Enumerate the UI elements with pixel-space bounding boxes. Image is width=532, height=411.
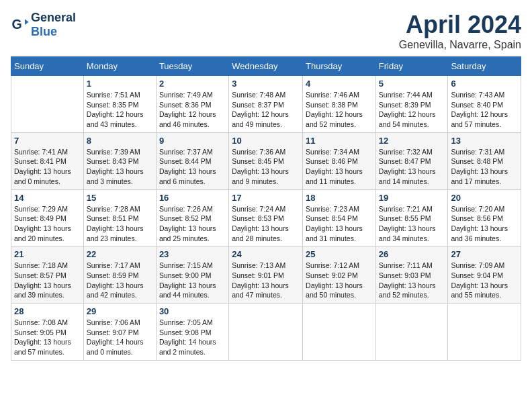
day-info: Sunrise: 7:05 AM Sunset: 9:08 PM Dayligh…	[159, 318, 226, 357]
calendar-cell	[11, 76, 84, 133]
day-info: Sunrise: 7:44 AM Sunset: 8:39 PM Dayligh…	[379, 90, 445, 130]
day-number: 25	[306, 249, 373, 259]
title-area: April 2024 Genevilla, Navarre, Spain	[399, 11, 521, 51]
day-number: 12	[379, 136, 445, 146]
svg-text:G: G	[11, 17, 21, 32]
calendar-cell	[229, 304, 303, 361]
day-info: Sunrise: 7:20 AM Sunset: 8:56 PM Dayligh…	[451, 204, 518, 244]
calendar-cell: 24Sunrise: 7:13 AM Sunset: 9:01 PM Dayli…	[229, 246, 303, 304]
day-info: Sunrise: 7:28 AM Sunset: 8:51 PM Dayligh…	[87, 204, 153, 244]
calendar-cell: 4Sunrise: 7:46 AM Sunset: 8:38 PM Daylig…	[303, 76, 376, 133]
calendar-cell: 13Sunrise: 7:31 AM Sunset: 8:48 PM Dayli…	[448, 132, 521, 189]
day-number: 17	[232, 193, 300, 203]
day-info: Sunrise: 7:09 AM Sunset: 9:04 PM Dayligh…	[451, 261, 518, 300]
day-info: Sunrise: 7:08 AM Sunset: 9:05 PM Dayligh…	[14, 318, 81, 357]
day-info: Sunrise: 7:39 AM Sunset: 8:43 PM Dayligh…	[87, 147, 153, 187]
calendar-cell: 23Sunrise: 7:15 AM Sunset: 9:00 PM Dayli…	[156, 246, 228, 304]
calendar-cell	[448, 304, 521, 361]
day-info: Sunrise: 7:17 AM Sunset: 8:59 PM Dayligh…	[87, 261, 153, 300]
day-info: Sunrise: 7:46 AM Sunset: 8:38 PM Dayligh…	[306, 90, 373, 130]
calendar-cell: 26Sunrise: 7:11 AM Sunset: 9:03 PM Dayli…	[375, 246, 448, 304]
day-number: 14	[14, 193, 81, 203]
day-info: Sunrise: 7:36 AM Sunset: 8:45 PM Dayligh…	[232, 147, 300, 187]
calendar-cell: 5Sunrise: 7:44 AM Sunset: 8:39 PM Daylig…	[375, 76, 448, 133]
weekday-header-saturday: Saturday	[448, 57, 521, 76]
day-number: 6	[451, 79, 518, 89]
weekday-header-thursday: Thursday	[303, 57, 376, 76]
week-row-4: 21Sunrise: 7:18 AM Sunset: 8:57 PM Dayli…	[11, 246, 521, 304]
calendar-table: SundayMondayTuesdayWednesdayThursdayFrid…	[11, 56, 521, 361]
logo-icon: G	[11, 15, 30, 34]
weekday-header-tuesday: Tuesday	[156, 57, 228, 76]
day-info: Sunrise: 7:31 AM Sunset: 8:48 PM Dayligh…	[451, 147, 518, 187]
logo-blue-text: Blue	[31, 25, 57, 38]
day-number: 11	[306, 136, 373, 146]
day-info: Sunrise: 7:24 AM Sunset: 8:53 PM Dayligh…	[232, 204, 300, 244]
week-row-1: 1Sunrise: 7:51 AM Sunset: 8:35 PM Daylig…	[11, 76, 521, 133]
day-number: 15	[87, 193, 153, 203]
day-number: 16	[159, 193, 226, 203]
day-number: 24	[232, 249, 300, 259]
day-number: 26	[379, 249, 445, 259]
calendar-cell	[303, 304, 376, 361]
day-number: 7	[14, 136, 81, 146]
day-number: 8	[87, 136, 153, 146]
calendar-cell: 2Sunrise: 7:49 AM Sunset: 8:36 PM Daylig…	[156, 76, 228, 133]
day-info: Sunrise: 7:06 AM Sunset: 9:07 PM Dayligh…	[87, 318, 153, 357]
calendar-cell: 21Sunrise: 7:18 AM Sunset: 8:57 PM Dayli…	[11, 246, 84, 304]
calendar-cell: 28Sunrise: 7:08 AM Sunset: 9:05 PM Dayli…	[11, 304, 84, 361]
calendar-cell: 3Sunrise: 7:48 AM Sunset: 8:37 PM Daylig…	[229, 76, 303, 133]
day-number: 30	[159, 306, 226, 316]
calendar-cell: 15Sunrise: 7:28 AM Sunset: 8:51 PM Dayli…	[83, 189, 156, 246]
calendar-cell: 1Sunrise: 7:51 AM Sunset: 8:35 PM Daylig…	[83, 76, 156, 133]
day-number: 10	[232, 136, 300, 146]
calendar-cell: 6Sunrise: 7:43 AM Sunset: 8:40 PM Daylig…	[448, 76, 521, 133]
day-info: Sunrise: 7:37 AM Sunset: 8:44 PM Dayligh…	[159, 147, 226, 187]
day-info: Sunrise: 7:11 AM Sunset: 9:03 PM Dayligh…	[379, 261, 445, 300]
month-title: April 2024	[399, 11, 521, 39]
day-number: 19	[379, 193, 445, 203]
day-info: Sunrise: 7:29 AM Sunset: 8:49 PM Dayligh…	[14, 204, 81, 244]
calendar-cell: 9Sunrise: 7:37 AM Sunset: 8:44 PM Daylig…	[156, 132, 228, 189]
calendar-cell: 20Sunrise: 7:20 AM Sunset: 8:56 PM Dayli…	[448, 189, 521, 246]
day-number: 5	[379, 79, 445, 89]
day-number: 2	[159, 79, 226, 89]
day-number: 27	[451, 249, 518, 259]
calendar-cell: 10Sunrise: 7:36 AM Sunset: 8:45 PM Dayli…	[229, 132, 303, 189]
day-info: Sunrise: 7:13 AM Sunset: 9:01 PM Dayligh…	[232, 261, 300, 300]
weekday-header-wednesday: Wednesday	[229, 57, 303, 76]
weekday-header-row: SundayMondayTuesdayWednesdayThursdayFrid…	[11, 57, 521, 76]
calendar-cell: 17Sunrise: 7:24 AM Sunset: 8:53 PM Dayli…	[229, 189, 303, 246]
day-info: Sunrise: 7:21 AM Sunset: 8:55 PM Dayligh…	[379, 204, 445, 244]
calendar-cell: 19Sunrise: 7:21 AM Sunset: 8:55 PM Dayli…	[375, 189, 448, 246]
day-info: Sunrise: 7:51 AM Sunset: 8:35 PM Dayligh…	[87, 90, 153, 130]
weekday-header-sunday: Sunday	[11, 57, 84, 76]
week-row-3: 14Sunrise: 7:29 AM Sunset: 8:49 PM Dayli…	[11, 189, 521, 246]
day-number: 9	[159, 136, 226, 146]
calendar-cell: 16Sunrise: 7:26 AM Sunset: 8:52 PM Dayli…	[156, 189, 228, 246]
day-number: 4	[306, 79, 373, 89]
calendar-cell: 7Sunrise: 7:41 AM Sunset: 8:41 PM Daylig…	[11, 132, 84, 189]
calendar-cell	[375, 304, 448, 361]
day-number: 23	[159, 249, 226, 259]
week-row-5: 28Sunrise: 7:08 AM Sunset: 9:05 PM Dayli…	[11, 304, 521, 361]
location-title: Genevilla, Navarre, Spain	[399, 39, 521, 51]
calendar-cell: 25Sunrise: 7:12 AM Sunset: 9:02 PM Dayli…	[303, 246, 376, 304]
calendar-body: 1Sunrise: 7:51 AM Sunset: 8:35 PM Daylig…	[11, 76, 521, 361]
day-number: 29	[87, 306, 153, 316]
week-row-2: 7Sunrise: 7:41 AM Sunset: 8:41 PM Daylig…	[11, 132, 521, 189]
day-info: Sunrise: 7:41 AM Sunset: 8:41 PM Dayligh…	[14, 147, 81, 187]
day-number: 21	[14, 249, 81, 259]
calendar-cell: 12Sunrise: 7:32 AM Sunset: 8:47 PM Dayli…	[375, 132, 448, 189]
day-number: 20	[451, 193, 518, 203]
calendar-cell: 18Sunrise: 7:23 AM Sunset: 8:54 PM Dayli…	[303, 189, 376, 246]
day-info: Sunrise: 7:15 AM Sunset: 9:00 PM Dayligh…	[159, 261, 226, 300]
calendar-cell: 11Sunrise: 7:34 AM Sunset: 8:46 PM Dayli…	[303, 132, 376, 189]
logo-general-text: General	[31, 11, 76, 24]
calendar-cell: 14Sunrise: 7:29 AM Sunset: 8:49 PM Dayli…	[11, 189, 84, 246]
day-number: 18	[306, 193, 373, 203]
calendar-cell: 8Sunrise: 7:39 AM Sunset: 8:43 PM Daylig…	[83, 132, 156, 189]
day-info: Sunrise: 7:34 AM Sunset: 8:46 PM Dayligh…	[306, 147, 373, 187]
day-info: Sunrise: 7:26 AM Sunset: 8:52 PM Dayligh…	[159, 204, 226, 244]
logo: G General Blue	[11, 11, 76, 39]
